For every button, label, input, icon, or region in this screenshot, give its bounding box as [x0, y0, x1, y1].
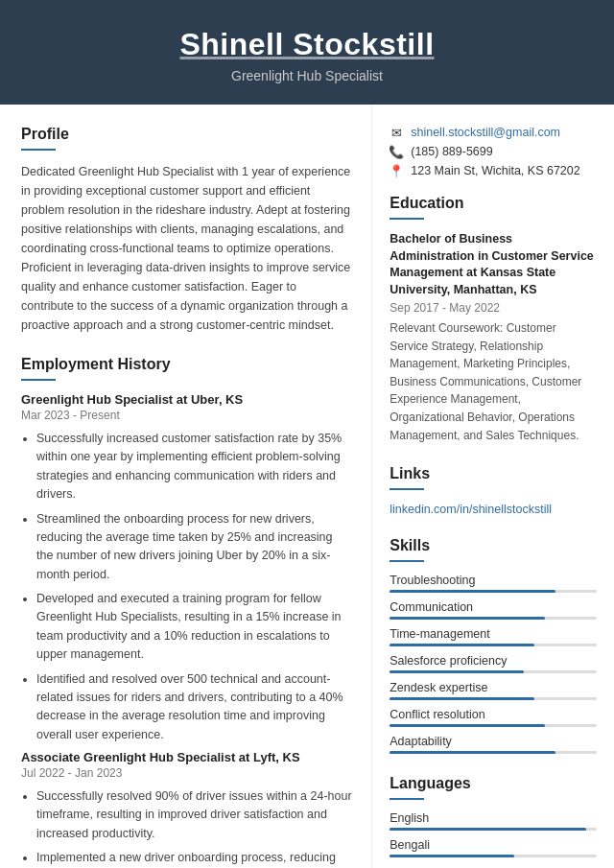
employment-title: Employment History [21, 356, 352, 373]
lang-bar-fill-1 [390, 855, 513, 857]
job-1-title: Greenlight Hub Specialist at Uber, KS [21, 392, 352, 407]
skill-bar-fill-2 [390, 644, 534, 646]
job-2-bullets: Successfully resolved 90% of driver issu… [21, 787, 352, 868]
profile-title: Profile [21, 126, 352, 143]
job-1-bullet-4: Identified and resolved over 500 technic… [36, 670, 352, 745]
left-column: Profile Dedicated Greenlight Hub Special… [0, 105, 372, 868]
skill-label-0: Troubleshooting [390, 574, 597, 587]
skills-section: Skills Troubleshooting Communication Tim… [390, 537, 597, 754]
job-1: Greenlight Hub Specialist at Uber, KS Ma… [21, 392, 352, 744]
job-title: Greenlight Hub Specialist [19, 68, 595, 83]
education-divider [390, 218, 424, 220]
phone-text: (185) 889-5699 [411, 145, 492, 158]
skill-bar-fill-0 [390, 590, 555, 593]
skill-item-0: Troubleshooting [390, 574, 597, 593]
email-link[interactable]: shinell.stockstill@gmail.com [411, 126, 560, 139]
email-icon: ✉ [390, 126, 403, 139]
skill-label-1: Communication [390, 600, 597, 614]
right-column: ✉ shinell.stockstill@gmail.com 📞 (185) 8… [372, 105, 614, 868]
job-2: Associate Greenlight Hub Specialist at L… [21, 750, 352, 868]
skill-bar-bg-6 [390, 751, 597, 754]
skill-bar-fill-4 [390, 697, 534, 700]
employment-section: Employment History Greenlight Hub Specia… [21, 356, 352, 868]
skill-item-1: Communication [390, 600, 597, 620]
name: Shinell Stockstill [19, 27, 595, 62]
skill-bar-fill-1 [390, 617, 545, 620]
location-icon: 📍 [390, 164, 403, 177]
profile-section: Profile Dedicated Greenlight Hub Special… [21, 126, 352, 335]
languages-list: English Bengali [390, 811, 597, 857]
contact-email: ✉ shinell.stockstill@gmail.com [390, 126, 597, 139]
lang-bar-fill-0 [390, 828, 586, 831]
skills-list: Troubleshooting Communication Time-manag… [390, 574, 597, 754]
education-title: Education [390, 195, 597, 212]
skill-label-2: Time-management [390, 627, 597, 641]
education-section: Education Bachelor of Business Administr… [390, 195, 597, 444]
skill-bar-bg-2 [390, 644, 597, 646]
job-1-dates: Mar 2023 - Present [21, 409, 352, 422]
job-2-dates: Jul 2022 - Jan 2023 [21, 766, 352, 780]
contact-section: ✉ shinell.stockstill@gmail.com 📞 (185) 8… [390, 126, 597, 177]
skill-item-3: Salesforce proficiency [390, 654, 597, 673]
edu-dates: Sep 2017 - May 2022 [390, 301, 597, 315]
job-2-title: Associate Greenlight Hub Specialist at L… [21, 750, 352, 764]
skill-label-3: Salesforce proficiency [390, 654, 597, 668]
skill-item-4: Zendesk expertise [390, 681, 597, 700]
lang-label-0: English [390, 811, 597, 825]
skill-bar-bg-4 [390, 697, 597, 700]
address-text: 123 Main St, Wichita, KS 67202 [411, 164, 579, 177]
lang-label-1: Bengali [390, 838, 597, 852]
profile-text: Dedicated Greenlight Hub Specialist with… [21, 162, 352, 335]
skill-item-5: Conflict resolution [390, 708, 597, 727]
languages-section: Languages English Bengali [390, 775, 597, 857]
skills-divider [390, 560, 424, 562]
lang-item-1: Bengali [390, 838, 597, 857]
skill-label-5: Conflict resolution [390, 708, 597, 721]
lang-item-0: English [390, 811, 597, 831]
lang-bar-bg-1 [390, 855, 597, 857]
edu-degree: Bachelor of Business Administration in C… [390, 231, 597, 298]
skill-bar-bg-0 [390, 590, 597, 593]
profile-divider [21, 149, 56, 151]
phone-icon: 📞 [390, 145, 403, 158]
contact-phone: 📞 (185) 889-5699 [390, 145, 597, 158]
job-2-bullet-2: Implemented a new driver onboarding proc… [36, 849, 352, 868]
skill-label-4: Zendesk expertise [390, 681, 597, 694]
job-1-bullets: Successfully increased customer satisfac… [21, 430, 352, 744]
skills-title: Skills [390, 537, 597, 554]
skill-bar-fill-6 [390, 751, 555, 754]
links-section: Links linkedin.com/in/shinellstockstill [390, 465, 597, 516]
links-divider [390, 488, 424, 490]
coursework-text: Customer Service Strategy, Relationship … [390, 321, 581, 442]
lang-bar-bg-0 [390, 828, 597, 831]
skill-bar-fill-3 [390, 670, 524, 673]
skill-bar-bg-5 [390, 724, 597, 727]
contact-address: 📍 123 Main St, Wichita, KS 67202 [390, 164, 597, 177]
skill-label-6: Adaptability [390, 735, 597, 748]
skill-item-6: Adaptability [390, 735, 597, 754]
job-2-bullet-1: Successfully resolved 90% of driver issu… [36, 787, 352, 843]
job-1-bullet-3: Developed and executed a training progra… [36, 590, 352, 665]
skill-bar-fill-5 [390, 724, 545, 727]
edu-coursework: Relevant Coursework: Customer Service St… [390, 319, 597, 444]
skill-bar-bg-1 [390, 617, 597, 620]
links-title: Links [390, 465, 597, 482]
linkedin-link[interactable]: linkedin.com/in/shinellstockstill [390, 503, 552, 516]
job-1-bullet-2: Streamlined the onboarding process for n… [36, 510, 352, 585]
languages-divider [390, 798, 424, 800]
employment-divider [21, 379, 56, 381]
job-1-bullet-1: Successfully increased customer satisfac… [36, 430, 352, 504]
skill-bar-bg-3 [390, 670, 597, 673]
header: Shinell Stockstill Greenlight Hub Specia… [0, 0, 614, 105]
coursework-label: Relevant Coursework: [390, 321, 503, 335]
languages-title: Languages [390, 775, 597, 792]
skill-item-2: Time-management [390, 627, 597, 646]
